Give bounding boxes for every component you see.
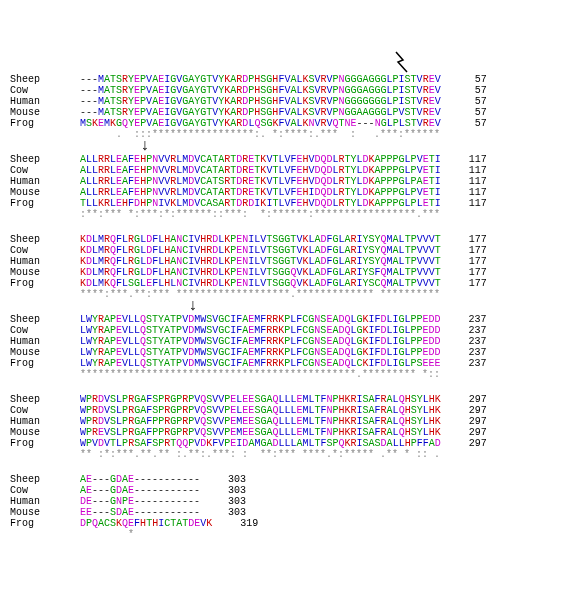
position-number: 237: [441, 347, 487, 358]
alignment-block: SheepAE---GDAE-----------303CowAE---GDAE…: [10, 474, 574, 540]
species-label: Frog: [10, 118, 80, 129]
position-number: 297: [441, 394, 487, 405]
bolt-icon: [393, 50, 411, 74]
consensus: ** :*:***.**.** :.**:.***: : **:*** ****…: [80, 449, 440, 460]
position-number: 177: [441, 256, 487, 267]
alignment-row: MouseLWYRAPEVLLQSTYATPVDMWSVGCIFAEMFRRKP…: [10, 347, 574, 358]
species-label: Mouse: [10, 507, 80, 518]
alignment-row: HumanKDLMRQFLRGLDFLHANCIVHRDLKPENILVTSGG…: [10, 256, 574, 267]
alignment-row: FrogDPQACSKQEFHTHICTATDEVK319: [10, 518, 574, 529]
species-label: Sheep: [10, 234, 80, 245]
position-number: 177: [441, 267, 487, 278]
alignment-block: Sheep---MATSRYEPVAEIGVGAYGTVYKARDPHSGHFV…: [10, 74, 574, 140]
alignment-row: SheepAE---GDAE-----------303: [10, 474, 574, 485]
position-number: 177: [441, 278, 487, 289]
species-label: Human: [10, 496, 80, 507]
species-label: Frog: [10, 198, 80, 209]
alignment-row: SheepALLRRLEAFEHPNVVRLMDVCATARTDRETKVTLV…: [10, 154, 574, 165]
consensus-row: :**:*** *:***:*:******::***: *:******:**…: [10, 209, 574, 220]
sequence: ALLRRLEAFEHPNVVRLMDVCATARTDRETKVTLVFEHID…: [80, 187, 441, 198]
sequence: LWYRAPEVLLQSTYATPVDMWSVGCIFAEMFRRKPLFCGN…: [80, 358, 441, 369]
species-label: Frog: [10, 518, 80, 529]
species-label: Cow: [10, 85, 80, 96]
position-number: 57: [441, 96, 487, 107]
species-label: Sheep: [10, 314, 80, 325]
position-number: 117: [441, 154, 487, 165]
alignment-row: CowKDLMRQFLRGLDFLHANCIVHRDLKPENILVTSGGTV…: [10, 245, 574, 256]
species-label: Human: [10, 176, 80, 187]
position-number: 177: [441, 234, 487, 245]
sequence: AE---GDAE-----------: [80, 485, 200, 496]
sequence: WPRDVSLPRGAFSPRGPRPVQSVVPELEESGAQLLLEMLT…: [80, 405, 441, 416]
position-number: 319: [212, 518, 258, 529]
alignment-row: HumanWPRDVSLPRGAFPPRGPRPVQSVVPEMEESGAQLL…: [10, 416, 574, 427]
species-label: Frog: [10, 278, 80, 289]
sequence: WPVDVTLPRSAFSPRTQQPVDKFVPEIDAMGADLLLAMLT…: [80, 438, 441, 449]
sequence: ALLRRLEAFEHPNVVRLMDVCATARTDRETKVTLVFEHVD…: [80, 165, 441, 176]
sequence: ---MATSRYEPVAEIGVGAYGTVYKARDPHSGHFVALKSV…: [80, 74, 441, 85]
sequence: TLLKRLEHFDHPNIVKLMDVCASARTDRDIKITLVFEHVD…: [80, 198, 441, 209]
position-number: 117: [441, 198, 487, 209]
sequence: AE---GDAE-----------: [80, 474, 200, 485]
sequence: WPREVSLPRGAFPPRGPRPVQSVVPEMEESGAQLLLEMLT…: [80, 427, 441, 438]
position-number: 177: [441, 245, 487, 256]
consensus: . :::*****************:. *:****:.*** : .…: [80, 129, 440, 140]
species-label: Cow: [10, 325, 80, 336]
alignment-row: Cow---MATSRYEPVAEIGVGAYGTVYKARDPHSGHFVAL…: [10, 85, 574, 96]
sequence: LWYRAPEVLLQSTYATPVDMWSVGCIFAEMFRRKPLFCGN…: [80, 314, 441, 325]
alignment-row: SheepWPRDVSLPRGAFSPRGPRPVQSVVPELEESGAQLL…: [10, 394, 574, 405]
sequence: WPRDVSLPRGAFSPRGPRPVQSVVPELEESGAQLLLEMLT…: [80, 394, 441, 405]
alignment-row: FrogKDLMKQFLSGLEFLHLNCIVHRDLKPENILVTSGGQ…: [10, 278, 574, 289]
sequence: LWYRAPEVLLQSTYATPVDMWSVGCIFAEMFRRKPLFCGN…: [80, 347, 441, 358]
species-label: Frog: [10, 358, 80, 369]
position-number: 117: [441, 165, 487, 176]
position-number: 117: [441, 176, 487, 187]
annotation-arrow: ↓: [188, 298, 198, 314]
alignment-block: ↓SheepLWYRAPEVLLQSTYATPVDMWSVGCIFAEMFRRK…: [10, 314, 574, 380]
position-number: 303: [200, 485, 246, 496]
species-label: Human: [10, 336, 80, 347]
position-number: 237: [441, 314, 487, 325]
position-number: 57: [441, 85, 487, 96]
alignment-row: FrogWPVDVTLPRSAFSPRTQQPVDKFVPEIDAMGADLLL…: [10, 438, 574, 449]
consensus: :**:*** *:***:*:******::***: *:******:**…: [80, 209, 440, 220]
species-label: Mouse: [10, 427, 80, 438]
sequence: KDLMRQFLRGLDFLHANCIVHRDLKPENILVTSGGQVKLA…: [80, 267, 441, 278]
alignment-row: Mouse---MATSRYEPVAEIGVGAYGTVYKARDPHSGHFV…: [10, 107, 574, 118]
sequence: LWYRAPEVLLQSTYATPVDMWSVGCIFAEMFRRKPLFCGN…: [80, 325, 441, 336]
alignment-row: Human---MATSRYEPVAEIGVGAYGTVYKARDPHSGHFV…: [10, 96, 574, 107]
alignment-row: MouseALLRRLEAFEHPNVVRLMDVCATARTDRETKVTLV…: [10, 187, 574, 198]
alignment-row: HumanDE---GNPE-----------303: [10, 496, 574, 507]
alignment-block: SheepWPRDVSLPRGAFSPRGPRPVQSVVPELEESGAQLL…: [10, 394, 574, 460]
alignment-row: MouseKDLMRQFLRGLDFLHANCIVHRDLKPENILVTSGG…: [10, 267, 574, 278]
position-number: 303: [200, 507, 246, 518]
sequence: DE---GNPE-----------: [80, 496, 200, 507]
sequence: KDLMKQFLSGLEFLHLNCIVHRDLKPENILVTSGGQVKLA…: [80, 278, 441, 289]
position-number: 297: [441, 427, 487, 438]
consensus-row: ** :*:***.**.** :.**:.***: : **:*** ****…: [10, 449, 574, 460]
sequence: ALLRRLEAFEHPNVVRLMDVCATSRTDRETKVTLVFEHVD…: [80, 176, 441, 187]
consensus-row: . :::*****************:. *:****:.*** : .…: [10, 129, 574, 140]
species-label: Sheep: [10, 74, 80, 85]
alignment-view: Sheep---MATSRYEPVAEIGVGAYGTVYKARDPHSGHFV…: [10, 74, 574, 540]
alignment-row: CowALLRRLEAFEHPNVVRLMDVCATARTDRETKVTLVFE…: [10, 165, 574, 176]
alignment-row: FrogLWYRAPEVLLQSTYATPVDMWSVGCIFAEMFRRKPL…: [10, 358, 574, 369]
sequence: MSKEMKGQYEPVAEIGVGAYGTVYKARDLQSGKFVALKNV…: [80, 118, 441, 129]
alignment-row: MouseEE---SDAE-----------303: [10, 507, 574, 518]
sequence: KDLMRQFLRGLDFLHANCIVHRDLKPENILVTSGGTVKLA…: [80, 245, 441, 256]
species-label: Cow: [10, 245, 80, 256]
consensus: ****:***.**:*** *******************.****…: [80, 289, 440, 300]
position-number: 57: [441, 74, 487, 85]
position-number: 57: [441, 118, 487, 129]
position-number: 303: [200, 496, 246, 507]
alignment-row: CowAE---GDAE-----------303: [10, 485, 574, 496]
consensus: *: [80, 529, 200, 540]
species-label: Cow: [10, 405, 80, 416]
annotation-arrow: ↓: [140, 138, 150, 154]
alignment-block: ↓SheepALLRRLEAFEHPNVVRLMDVCATARTDRETKVTL…: [10, 154, 574, 220]
consensus: ****************************************…: [80, 369, 440, 380]
species-label: Frog: [10, 438, 80, 449]
species-label: Sheep: [10, 394, 80, 405]
sequence: EE---SDAE-----------: [80, 507, 200, 518]
sequence: ALLRRLEAFEHPNVVRLMDVCATARTDRETKVTLVFEHVD…: [80, 154, 441, 165]
